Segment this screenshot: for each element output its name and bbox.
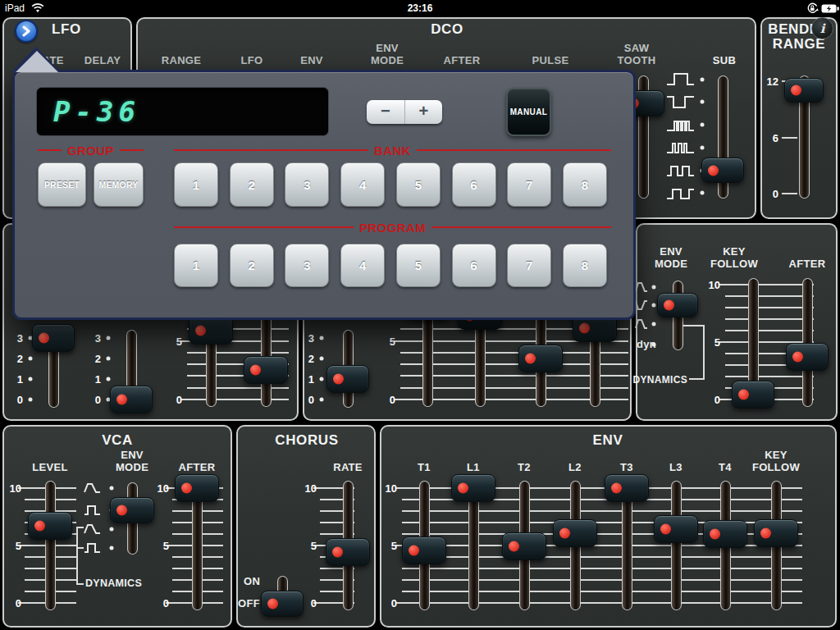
section-label: DELAY — [84, 54, 121, 66]
scale-tick: 0 — [371, 394, 395, 406]
bender-tick: 0 — [756, 188, 778, 200]
program-button-3[interactable]: 3 — [285, 244, 329, 287]
sub-waveform-dot — [701, 145, 705, 149]
patch-select-popover: P-36 − + MANUAL GROUP BANK PRESET MEMORY… — [12, 70, 636, 320]
scale-tick: 10 — [372, 482, 397, 495]
bender-tick-line — [782, 193, 797, 194]
handle-dot — [509, 541, 519, 552]
program-button-4[interactable]: 4 — [340, 244, 385, 287]
decrement-button[interactable]: − — [367, 100, 405, 124]
env-t1-handle[interactable] — [402, 536, 446, 564]
mid-left-s1-handle[interactable] — [32, 324, 75, 352]
program-button-2[interactable]: 2 — [230, 244, 274, 287]
info-icon: i — [820, 21, 825, 36]
group-header: GROUP — [38, 144, 144, 156]
program-button-1[interactable]: 1 — [174, 244, 218, 287]
dynamics-label: DYNAMICS — [85, 578, 142, 589]
vca-env-mode-handle[interactable] — [110, 497, 154, 523]
program-button-6[interactable]: 6 — [452, 244, 496, 287]
env-l3-track[interactable] — [671, 481, 682, 610]
env-mode-dot — [110, 486, 114, 491]
bank-button-1[interactable]: 1 — [174, 162, 218, 207]
scale-dot — [320, 336, 324, 340]
info-button[interactable]: i — [811, 17, 833, 39]
grid-line — [395, 602, 802, 604]
manual-button[interactable]: MANUAL — [506, 88, 551, 136]
env-t2-handle[interactable] — [502, 532, 546, 560]
bank-button-5[interactable]: 5 — [396, 162, 441, 207]
scale-dot — [107, 377, 111, 381]
scale-tick: 3 — [5, 332, 23, 345]
bender-tick-line — [782, 137, 797, 139]
bank-button-3[interactable]: 3 — [285, 162, 329, 207]
sub-waveform-icon-6 — [666, 186, 696, 200]
env-t3-handle[interactable] — [605, 474, 649, 502]
handle-dot — [409, 545, 419, 555]
grid-line — [719, 284, 814, 285]
section-label: SAW — [624, 42, 650, 54]
filter-key-follow-handle[interactable] — [732, 381, 774, 409]
bank-button-4[interactable]: 4 — [340, 162, 385, 207]
vca-level-handle[interactable] — [28, 512, 72, 540]
mid-left-g1-handle[interactable] — [189, 317, 233, 345]
bank-label: BANK — [374, 144, 411, 158]
env-mode-dot — [652, 303, 656, 307]
program-label: PROGRAM — [359, 221, 426, 235]
bender-range-handle[interactable] — [784, 78, 824, 103]
section-label: AFTER — [789, 258, 826, 270]
bank-button-8[interactable]: 8 — [563, 162, 607, 207]
dco-sub-handle[interactable] — [701, 158, 744, 183]
handle-dot — [458, 483, 468, 494]
chorus-switch-handle[interactable] — [261, 591, 304, 617]
env-l3-handle[interactable] — [654, 515, 698, 543]
bank-button-7[interactable]: 7 — [507, 162, 551, 207]
env-key-follow-handle[interactable] — [754, 519, 798, 547]
program-button-7[interactable]: 7 — [507, 244, 551, 287]
mid-left-s2-handle[interactable] — [110, 386, 153, 413]
handle-dot — [116, 395, 127, 405]
env-t4-handle[interactable] — [703, 520, 747, 548]
bank-button-2[interactable]: 2 — [230, 162, 274, 207]
program-button-5[interactable]: 5 — [396, 244, 441, 287]
section-label: T4 — [719, 461, 732, 473]
patch-popover-button[interactable] — [15, 20, 38, 43]
chorus-rate-handle[interactable] — [326, 538, 370, 566]
lfo-title: LFO — [52, 21, 81, 38]
bank-header: BANK — [174, 144, 611, 156]
program-button-8[interactable]: 8 — [563, 244, 607, 287]
mid-center-g3-handle[interactable] — [518, 345, 563, 372]
sub-waveform-icon-4 — [666, 140, 696, 154]
vca-after-handle[interactable] — [175, 474, 219, 502]
memory-button[interactable]: MEMORY — [94, 162, 144, 207]
bender-tick: 6 — [756, 131, 778, 144]
chevron-right-icon — [22, 25, 30, 37]
handle-dot — [792, 351, 803, 362]
mid-left-g2-handle[interactable] — [244, 356, 288, 384]
scale-tick: 0 — [696, 394, 720, 406]
env-l1-handle[interactable] — [451, 474, 495, 502]
preset-button[interactable]: PRESET — [38, 162, 86, 207]
mid-center-s1-handle[interactable] — [326, 365, 369, 393]
scale-dot — [320, 357, 324, 361]
increment-button[interactable]: + — [405, 100, 443, 124]
vca-level-track[interactable] — [45, 481, 56, 610]
bank-button-6[interactable]: 6 — [452, 162, 496, 207]
battery-icon — [821, 4, 839, 13]
scale-dot — [107, 357, 111, 361]
env-l2-handle[interactable] — [553, 519, 597, 547]
section-label: L3 — [669, 461, 682, 473]
handle-dot — [181, 483, 192, 494]
section-label: SUB — [713, 54, 736, 66]
scale-tick: 3 — [296, 332, 314, 345]
section-label: T2 — [518, 461, 531, 473]
section-label: FOLLOW — [710, 258, 758, 270]
filter-env-mode-handle[interactable] — [657, 293, 698, 317]
grid-line — [180, 399, 289, 400]
section-label: LFO — [241, 54, 263, 66]
filter-after-handle[interactable] — [786, 343, 829, 371]
scale-tick: 0 — [144, 597, 169, 609]
scale-dot — [320, 377, 324, 381]
scale-dot — [320, 398, 324, 402]
handle-dot — [664, 299, 674, 310]
grid-line — [725, 318, 814, 320]
